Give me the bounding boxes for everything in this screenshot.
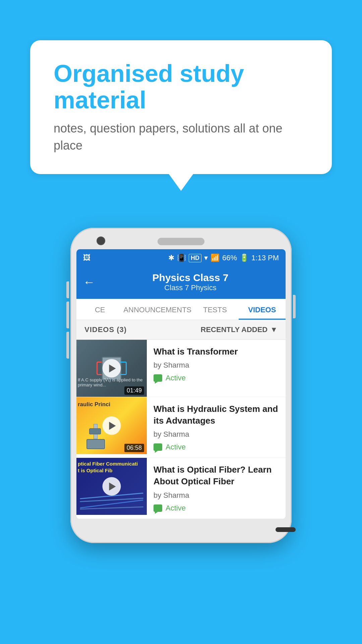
phone-screen: 🖼 ✱ 📳 HD ▾ 📶 66% 🔋 1:13 PM ← (76, 249, 286, 519)
silent-button (66, 332, 69, 359)
phone-camera (97, 236, 105, 245)
status-bar: 🖼 ✱ 📳 HD ▾ 📶 66% 🔋 1:13 PM (76, 249, 286, 267)
video-title-1: What is Transformer (154, 346, 279, 358)
video-status-3: Active (154, 504, 279, 513)
video-info-1: What is Transformer by Sharma Active (147, 340, 286, 388)
tab-videos[interactable]: VIDEOS (239, 299, 286, 320)
chevron-down-icon: ▼ (270, 325, 278, 334)
video-author-1: by Sharma (154, 361, 279, 370)
status-left: 🖼 (83, 254, 90, 262)
chat-icon-2 (154, 443, 162, 451)
play-button-2[interactable] (103, 417, 121, 435)
home-bar (276, 527, 296, 532)
volume-up-button (66, 281, 69, 298)
video-item[interactable]: If A.C supply (V₁) is applied to the pri… (76, 340, 286, 397)
app-background: Organised study material notes, question… (0, 0, 362, 644)
sort-dropdown[interactable]: RECENTLY ADDED ▼ (201, 325, 278, 334)
play-icon-3 (109, 482, 116, 490)
video-item-2[interactable]: raulic Princi 06:58 (76, 397, 286, 458)
video-author-2: by Sharma (154, 430, 279, 439)
video-info-2: What is Hydraulic System and its Advanta… (147, 397, 286, 458)
video-info-3: What is Optical Fiber? Learn About Optic… (147, 458, 286, 518)
video-item-3[interactable]: ptical Fiber Communicatit is Optical Fib (76, 458, 286, 519)
chat-icon-1 (154, 374, 162, 382)
tab-bar: CE ANNOUNCEMENTS TESTS VIDEOS (76, 299, 286, 320)
back-button[interactable]: ← (83, 275, 95, 289)
videos-count: VIDEOS (3) (84, 325, 127, 334)
play-button-3[interactable] (103, 477, 121, 496)
video-duration-1: 01:49 (124, 386, 144, 395)
phone-mockup: 🖼 ✱ 📳 HD ▾ 📶 66% 🔋 1:13 PM ← (0, 228, 362, 543)
chat-icon-3 (154, 504, 162, 512)
video-title-3: What is Optical Fiber? Learn About Optic… (154, 464, 279, 487)
play-icon (109, 364, 116, 372)
status-right: ✱ 📳 HD ▾ 📶 66% 🔋 1:13 PM (168, 254, 279, 262)
play-button-1[interactable] (103, 359, 121, 378)
promo-section: Organised study material notes, question… (0, 0, 362, 194)
video-author-3: by Sharma (154, 491, 279, 500)
video-thumbnail-1: If A.C supply (V₁) is applied to the pri… (76, 340, 147, 397)
app-header: ← Physics Class 7 Class 7 Physics (76, 267, 286, 299)
battery-icon: 🔋 (240, 254, 249, 262)
page-title: Physics Class 7 (102, 272, 279, 283)
header-title-container: Physics Class 7 Class 7 Physics (102, 272, 279, 292)
phone-speaker (158, 238, 204, 245)
thumb-overlay-text: If A.C supply (V₁) is applied to the pri… (78, 377, 147, 387)
video-thumbnail-3: ptical Fiber Communicatit is Optical Fib (76, 458, 147, 515)
play-icon-2 (109, 422, 116, 430)
signal-icon: 📶 (210, 254, 220, 262)
volume-down-button (66, 302, 69, 328)
bluetooth-icon: ✱ (168, 254, 174, 262)
video-thumbnail-2: raulic Princi 06:58 (76, 397, 147, 454)
video-list: If A.C supply (V₁) is applied to the pri… (76, 340, 286, 519)
thumb-text-hydraulic: raulic Princi (78, 401, 110, 408)
photo-icon: 🖼 (83, 254, 90, 262)
tab-announcements[interactable]: ANNOUNCEMENTS (123, 299, 191, 320)
video-duration-2: 06:58 (124, 444, 144, 452)
tab-tests[interactable]: TESTS (191, 299, 238, 320)
phone-top-bar (76, 238, 286, 245)
clock: 1:13 PM (251, 254, 279, 262)
video-title-2: What is Hydraulic System and its Advanta… (154, 403, 279, 427)
phone-bottom (76, 523, 286, 533)
wifi-icon: ▾ (204, 254, 208, 262)
video-status-1: Active (154, 374, 279, 382)
vibrate-icon: 📳 (177, 254, 186, 262)
headline: Organised study material (54, 60, 308, 113)
battery-percent: 66% (222, 254, 237, 262)
video-status-2: Active (154, 443, 279, 451)
subtitle: notes, question papers, solutions all at… (54, 120, 308, 154)
thumb-text-optical-top: ptical Fiber Communicatit is Optical Fib (78, 461, 138, 474)
speech-bubble: Organised study material notes, question… (30, 40, 332, 174)
videos-filter-bar: VIDEOS (3) RECENTLY ADDED ▼ (76, 320, 286, 340)
tab-ce[interactable]: CE (76, 299, 123, 320)
breadcrumb: Class 7 Physics (102, 283, 279, 292)
power-button (293, 295, 296, 318)
hd-badge: HD (189, 254, 201, 262)
